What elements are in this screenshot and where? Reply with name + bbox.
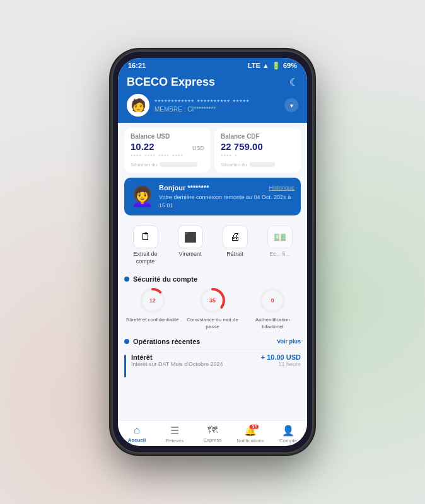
security-card-1: 35 Consistance du mot de passe (184, 287, 240, 330)
security-title: Sécurité du compte (133, 275, 197, 283)
balance-usd-currency: USD (192, 145, 204, 151)
balance-cdf-label: Balance CDF (221, 133, 294, 140)
notifications-badge: 32 (250, 425, 259, 429)
op-amount: + 10.00 USD (261, 353, 301, 361)
greeting-person-emoji: 👩‍🦱 (131, 187, 154, 206)
greeting-text: Bonjour ******** Historique Votre derniè… (159, 184, 294, 209)
op-amount-col: + 10.00 USD 11 heure (261, 353, 301, 367)
security-section: Sécurité du compte 12 Sûreté et confiden… (118, 273, 307, 333)
security-card-0: 12 Sûreté et confidentialité (124, 287, 180, 330)
action-extrait[interactable]: 🗒 Extrait de compte (123, 222, 168, 269)
virement-label: Virement (179, 251, 202, 258)
voir-plus-link[interactable]: Voir plus (277, 338, 301, 345)
chevron-down-icon[interactable]: ▾ (284, 98, 298, 112)
app-title: BCECO Express (127, 76, 215, 89)
op-sub: Intérêt sur DAT Mois d'Octobre 2024 (131, 361, 256, 367)
op-indicator (124, 355, 126, 377)
releves-icon: ☰ (170, 425, 179, 437)
actions-row: 🗒 Extrait de compte ⬛ Virement 🖨 Rétrait… (118, 218, 307, 273)
retrait-label: Rétrait (226, 251, 243, 258)
compte-label: Compte (279, 438, 297, 444)
balance-row: Balance USD 10.22 USD **************** S… (118, 123, 307, 175)
ring-0: 12 (139, 287, 166, 314)
op-title: Intérêt (131, 353, 256, 361)
extrait-icon: 🗒 (133, 226, 158, 248)
avatar: 🧑 (127, 94, 149, 117)
signal-icon: LTE ▲ (248, 62, 269, 69)
nav-releves[interactable]: ☰ Relevés (156, 425, 194, 444)
balance-usd-date-label: Situation du (131, 162, 157, 168)
user-member: MEMBRE : CI********* (154, 106, 279, 113)
balance-usd-amount: 10.22 (131, 141, 154, 152)
balance-cdf-date-label: Situation du (221, 162, 247, 168)
ops-header: Opérations récentes Voir plus (124, 338, 301, 345)
app-header: BCECO Express ☾ 🧑 ************ *********… (118, 72, 307, 123)
main-content: BCECO Express ☾ 🧑 ************ *********… (118, 72, 307, 411)
nav-compte[interactable]: 👤 Compte (269, 425, 307, 444)
op-time: 11 heure (261, 361, 301, 367)
balance-card-usd: Balance USD 10.22 USD **************** S… (124, 128, 211, 173)
user-info: ************ ********** ***** MEMBRE : C… (154, 98, 279, 113)
notifications-label: Notifications (236, 438, 264, 444)
action-retrait[interactable]: 🖨 Rétrait (212, 222, 257, 269)
greeting-sub: Votre dernière connexion remonte au 04 O… (159, 193, 294, 209)
security-cards: 12 Sûreté et confidentialité 35 Cons (124, 287, 301, 330)
section-dot (124, 277, 129, 282)
ring-2: 0 (259, 287, 286, 314)
virement-icon: ⬛ (178, 226, 203, 248)
ops-title: Opérations récentes (133, 338, 200, 345)
nav-accueil[interactable]: ⌂ Accueil (118, 425, 156, 444)
ring-1-value: 35 (199, 287, 226, 314)
express-label: Express (204, 437, 222, 443)
express-icon: 🗺 (207, 425, 218, 436)
retrait-icon: 🖨 (223, 226, 248, 248)
ops-dot (124, 339, 129, 344)
user-row: 🧑 ************ ********** ***** MEMBRE :… (127, 94, 298, 117)
battery-icon: 🔋 (272, 62, 281, 70)
balance-card-cdf: Balance CDF 22 759.00 ***** Situation du (214, 128, 301, 173)
security-header: Sécurité du compte (124, 275, 301, 283)
nav-notifications[interactable]: 32 🔔 Notifications (231, 425, 269, 444)
battery-percent: 69% (283, 62, 297, 69)
op-item-0: Intérêt Intérêt sur DAT Mois d'Octobre 2… (124, 349, 301, 381)
ecfi-label: Ec... fi... (269, 251, 290, 258)
user-masked: ************ ********** ***** (154, 98, 279, 106)
balance-cdf-stars: ***** (221, 153, 294, 159)
greeting-history-link[interactable]: Historique (269, 185, 294, 191)
balance-usd-label: Balance USD (131, 133, 204, 140)
balance-cdf-amount: 22 759.00 (221, 141, 263, 152)
bottom-nav: ⌂ Accueil ☰ Relevés 🗺 Express 32 🔔 Notif… (118, 420, 307, 446)
ring-2-value: 0 (259, 287, 286, 314)
greeting-hello: Bonjour ******** (159, 184, 209, 192)
greeting-banner: 👩‍🦱 Bonjour ******** Historique Votre de… (124, 178, 301, 215)
op-content: Intérêt Intérêt sur DAT Mois d'Octobre 2… (131, 353, 256, 367)
ring-0-value: 12 (139, 287, 166, 314)
nav-express[interactable]: 🗺 Express (194, 425, 231, 444)
accueil-icon: ⌂ (134, 425, 140, 436)
ecfi-icon: 💵 (267, 226, 293, 248)
releves-label: Relevés (166, 438, 184, 444)
ring-1: 35 (199, 287, 226, 314)
avatar-face: 🧑 (131, 98, 146, 113)
moon-icon[interactable]: ☾ (289, 76, 298, 88)
balance-usd-date-val (160, 162, 197, 167)
balance-cdf-date-val (250, 162, 275, 167)
operations-section: Opérations récentes Voir plus Intérêt In… (118, 335, 307, 384)
compte-icon: 👤 (282, 425, 294, 437)
status-bar: 16:21 LTE ▲ 🔋 69% (118, 58, 307, 72)
balance-usd-stars: **************** (131, 153, 204, 159)
action-virement[interactable]: ⬛ Virement (168, 222, 212, 269)
action-ec-fi[interactable]: 💵 Ec... fi... (257, 222, 302, 269)
security-label-2: Authentification bifactoriel (245, 317, 301, 330)
accueil-label: Accueil (128, 437, 146, 443)
security-label-1: Consistance du mot de passe (184, 317, 240, 330)
security-label-0: Sûreté et confidentialité (126, 317, 179, 323)
status-time: 16:21 (128, 62, 146, 69)
extrait-label: Extrait de compte (125, 251, 165, 265)
security-card-2: 0 Authentification bifactoriel (245, 287, 301, 330)
